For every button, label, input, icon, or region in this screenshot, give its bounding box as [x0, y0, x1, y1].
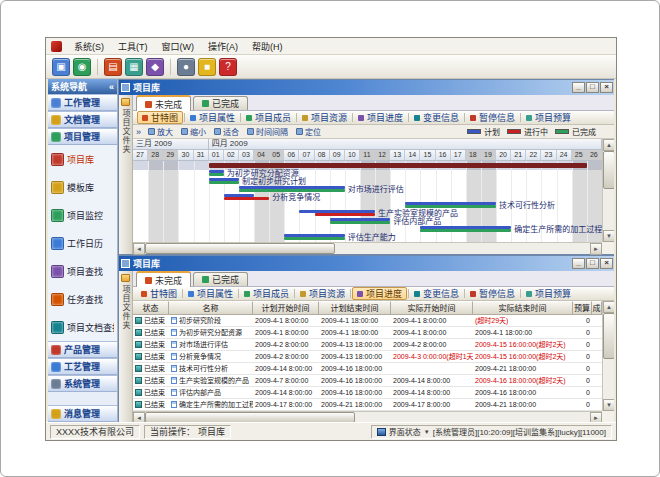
tool-适合[interactable]: 适合	[211, 126, 242, 138]
column-header-计划开始时间[interactable]: 计划开始时间	[253, 301, 319, 315]
gantt-actual-bar[interactable]	[209, 173, 224, 176]
sidebar-item-任务查找[interactable]: 任务查找	[48, 285, 117, 313]
grid-window-titlebar[interactable]: 项目库 _□×	[119, 256, 614, 271]
lock-icon[interactable]: ■	[198, 58, 216, 76]
menu-item-5[interactable]: 帮助(H)	[245, 38, 290, 55]
view-tab-项目成员[interactable]: 项目成员	[242, 111, 295, 124]
overflow-chevron-icon[interactable]: »	[136, 127, 141, 137]
horizontal-scrollbar[interactable]: ◄►	[133, 411, 602, 422]
column-header-预算[interactable]: 预算	[573, 301, 592, 315]
cascade-windows-icon[interactable]: ▤	[104, 58, 122, 76]
sidebar-item-项目查找[interactable]: 项目查找	[48, 257, 117, 285]
column-header-名称[interactable]: 名称	[169, 301, 253, 315]
table-row[interactable]: 已结束初步研究阶段2009-4-1 8:00:002009-4-1 18:00:…	[133, 315, 602, 327]
gantt-actual-bar[interactable]	[224, 197, 269, 200]
maximize-button[interactable]: □	[586, 82, 599, 93]
vertical-scrollbar[interactable]: ▲▼	[602, 139, 614, 242]
globe-icon[interactable]: ◉	[73, 58, 91, 76]
sidebar-group-文档管理[interactable]: 文档管理	[48, 111, 117, 128]
table-row[interactable]: 已结束确定生产所需的加工过程2009-4-17 8:00:002009-4-21…	[133, 399, 602, 411]
sidebar-item-项目库[interactable]: 项目库	[48, 145, 117, 173]
scroll-down-icon[interactable]: ▼	[603, 230, 614, 242]
gantt-canvas[interactable]: 为初步研究分配资源制定初步研究计划对市场进行评估分析竞争情况技术可行性分析生产实…	[133, 161, 602, 242]
monitor-icon[interactable]: ▣	[52, 58, 70, 76]
view-tab-项目进度[interactable]: 项目进度	[354, 111, 407, 124]
column-header-成[interactable]: 成	[592, 301, 602, 315]
gantt-window-titlebar[interactable]: 项目库 _□×	[119, 80, 614, 95]
view-tab-项目预算[interactable]: 项目预算	[522, 111, 575, 124]
scroll-thumb[interactable]	[145, 243, 335, 254]
gantt-actual-bar[interactable]	[239, 189, 345, 192]
side-tab-project-folder[interactable]: 项目文件夹	[119, 95, 133, 254]
sidebar-group-系统管理[interactable]: 系统管理	[48, 375, 117, 392]
view-tab-项目进度[interactable]: 项目进度	[352, 287, 407, 300]
close-button[interactable]: ×	[600, 82, 613, 93]
view-tab-项目属性[interactable]: 项目属性	[186, 111, 239, 124]
sidebar-item-工作日历[interactable]: 工作日历	[48, 229, 117, 257]
sidebar-item-模板库[interactable]: 模板库	[48, 173, 117, 201]
view-tab-项目资源[interactable]: 项目资源	[296, 287, 349, 300]
tool-放大[interactable]: 放大	[145, 126, 176, 138]
gantt-actual-bar[interactable]	[420, 229, 511, 232]
tab-已完成[interactable]: 已完成	[193, 272, 248, 286]
scroll-left-icon[interactable]: ◄	[133, 243, 145, 255]
view-tab-项目资源[interactable]: 项目资源	[298, 111, 351, 124]
column-header-状态[interactable]: 状态	[133, 301, 169, 315]
column-header-实际开始时间[interactable]: 实际开始时间	[391, 301, 473, 315]
help-icon[interactable]: ?	[219, 58, 237, 76]
menu-item-1[interactable]: 系统(S)	[67, 38, 111, 55]
scroll-down-icon[interactable]: ▼	[603, 399, 614, 411]
vertical-scrollbar[interactable]: ▲▼	[602, 301, 614, 411]
view-state-label[interactable]: 界面状态	[389, 426, 421, 437]
sidebar-group-产品管理[interactable]: 产品管理	[48, 341, 117, 358]
side-tab-project-folder[interactable]: 项目文件夹	[119, 271, 133, 422]
collapse-icon[interactable]: «	[109, 82, 114, 92]
column-header-计划结束时间[interactable]: 计划结束时间	[319, 301, 391, 315]
menu-item-3[interactable]: 窗口(W)	[155, 38, 202, 55]
gantt-actual-bar[interactable]	[284, 237, 345, 240]
scroll-track[interactable]	[145, 412, 590, 422]
scroll-right-icon[interactable]: ►	[590, 243, 602, 255]
table-row[interactable]: 已结束分析竞争情况2009-4-2 8:00:002009-4-13 18:00…	[133, 351, 602, 363]
view-tab-甘特图[interactable]: 甘特图	[137, 111, 183, 124]
scroll-track[interactable]	[145, 243, 590, 254]
view-tab-变更信息[interactable]: 变更信息	[410, 111, 463, 124]
tile-windows-icon[interactable]: ▦	[125, 58, 143, 76]
tab-已完成[interactable]: 已完成	[193, 96, 248, 110]
horizontal-scrollbar[interactable]: ◄►	[133, 242, 602, 254]
minimize-button[interactable]: _	[572, 258, 585, 269]
maximize-button[interactable]: □	[586, 258, 599, 269]
table-row[interactable]: 已结束为初步研究分配资源2009-4-1 8:00:002009-4-1 18:…	[133, 327, 602, 339]
scroll-track[interactable]	[603, 151, 614, 230]
view-tab-甘特图[interactable]: 甘特图	[137, 287, 181, 300]
sidebar-group-工作管理[interactable]: 工作管理	[48, 94, 117, 111]
scroll-right-icon[interactable]: ►	[590, 412, 602, 422]
sidebar-item-项目文档查找[interactable]: 项目文档查找	[48, 313, 117, 341]
close-button[interactable]: ×	[600, 258, 613, 269]
tool-定位[interactable]: 定位	[293, 126, 324, 138]
view-tab-项目预算[interactable]: 项目预算	[522, 287, 575, 300]
scroll-thumb[interactable]	[603, 313, 614, 359]
gantt-actual-bar[interactable]	[330, 221, 391, 224]
dropdown-icon[interactable]: ▼	[424, 429, 430, 435]
chart-icon[interactable]: ◆	[146, 58, 164, 76]
view-tab-项目属性[interactable]: 项目属性	[184, 287, 237, 300]
gantt-actual-bar[interactable]	[209, 181, 239, 184]
gear-icon[interactable]: ●	[177, 58, 195, 76]
minimize-button[interactable]: _	[572, 82, 585, 93]
table-row[interactable]: 已结束对市场进行评估2009-4-2 8:00:002009-4-13 18:0…	[133, 339, 602, 351]
menu-item-2[interactable]: 工具(T)	[111, 38, 155, 55]
sidebar-group-项目管理[interactable]: 项目管理	[48, 128, 117, 145]
table-row[interactable]: 已结束评估内部产品2009-4-14 8:00:002009-4-16 18:0…	[133, 387, 602, 399]
tool-时间间隔[interactable]: 时间间隔	[244, 126, 291, 138]
gantt-summary-bar[interactable]	[209, 163, 587, 168]
table-row[interactable]: 已结束生产实验室规模的产品2009-4-7 8:00:002009-4-16 1…	[133, 375, 602, 387]
table-row[interactable]: 已结束技术可行性分析2009-4-14 8:00:002009-4-16 18:…	[133, 363, 602, 375]
menu-item-4[interactable]: 操作(A)	[201, 38, 245, 55]
scroll-thumb[interactable]	[603, 151, 614, 189]
scroll-up-icon[interactable]: ▲	[603, 139, 614, 151]
view-tab-变更信息[interactable]: 变更信息	[410, 287, 463, 300]
scroll-up-icon[interactable]: ▲	[603, 301, 614, 313]
tab-未完成[interactable]: 未完成	[136, 95, 191, 111]
sidebar-item-项目监控[interactable]: 项目监控	[48, 201, 117, 229]
